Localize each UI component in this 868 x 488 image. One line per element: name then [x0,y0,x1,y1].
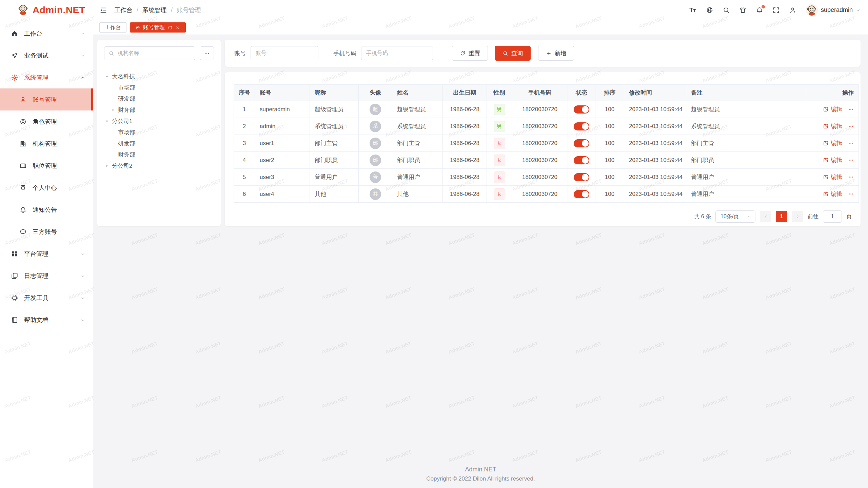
page-size-value: 10条/页 [721,213,739,220]
tree-caret-spacer [111,85,116,90]
sidebar-item-workbench[interactable]: 工作台 [0,22,93,44]
tree-node[interactable]: 大名科技 [100,71,218,82]
sidebar-item-label: 通知公告 [33,206,85,214]
tree-node-label: 研发部 [118,140,135,147]
cell-account: user2 [255,152,310,169]
breadcrumb-item[interactable]: 系统管理 [142,6,167,14]
tree-caret-icon[interactable] [111,107,116,113]
tree-caret-icon[interactable] [104,74,110,79]
tree-node-label: 大名科技 [112,73,135,80]
phone-input[interactable] [361,46,433,60]
cell-sort: 100 [595,186,624,203]
tree-node[interactable]: 研发部 [100,93,218,104]
sidebar-item-log-management[interactable]: 日志管理 [0,265,93,287]
tree-node[interactable]: 市场部 [100,82,218,93]
more-icon [848,123,854,129]
status-toggle[interactable] [574,105,589,114]
page-size-select[interactable]: 10条/页 [715,210,755,223]
more-actions-button[interactable] [848,123,854,129]
sidebar-fold-icon[interactable] [99,6,107,14]
prev-page-button[interactable] [760,211,771,222]
font-size-icon[interactable]: TT [689,6,697,14]
more-actions-button[interactable] [848,140,854,146]
notification-icon[interactable] [756,6,763,14]
status-toggle[interactable] [574,173,589,181]
edit-button[interactable]: 编辑 [823,122,842,130]
col-gender: 性别 [487,85,512,101]
cell-avatar: 部 [359,152,392,169]
status-toggle[interactable] [574,139,589,147]
tree-node[interactable]: 财务部 [100,104,218,116]
language-icon[interactable] [706,6,713,14]
reset-button[interactable]: 重置 [452,46,488,61]
reset-button-label: 重置 [469,49,480,57]
filter-bar: 账号 手机号码 重置 查询 新增 [225,40,861,67]
edit-button[interactable]: 编辑 [823,105,842,113]
more-actions-button[interactable] [848,106,854,112]
search-icon[interactable] [723,6,730,14]
tree-caret-icon[interactable] [104,119,110,124]
edit-button-label: 编辑 [831,156,842,164]
edit-button[interactable]: 编辑 [823,139,842,147]
account-input[interactable] [251,46,318,60]
search-button[interactable]: 查询 [495,46,531,61]
tree-node[interactable]: 分公司1 [100,116,218,127]
sidebar-item-dev-tools[interactable]: 开发工具 [0,287,93,309]
edit-icon [823,123,829,129]
status-toggle[interactable] [574,190,589,198]
gender-badge: 女 [494,155,505,166]
next-page-button[interactable] [792,211,803,222]
tab-close-icon[interactable] [175,25,180,30]
breadcrumb-item[interactable]: 工作台 [114,6,133,14]
breadcrumb-item[interactable]: 账号管理 [177,6,201,14]
col-account: 账号 [255,85,310,101]
cell-gender: 女 [487,152,512,169]
tab-refresh-icon[interactable] [167,25,173,30]
status-toggle[interactable] [574,122,589,130]
more-actions-button[interactable] [848,157,854,163]
sidebar-item-help-docs[interactable]: 帮助文档 [0,309,93,331]
tree-node-label: 财务部 [118,106,135,114]
tree-caret-icon[interactable] [104,163,110,168]
theme-icon[interactable] [739,6,747,14]
cell-phone: 18020030720 [512,118,568,135]
sidebar-item-account-management[interactable]: 账号管理 [0,88,93,110]
add-button[interactable]: 新增 [538,46,574,61]
edit-button[interactable]: 编辑 [823,190,842,198]
sidebar-item-profile-center[interactable]: 个人中心 [0,177,93,199]
user-menu[interactable]: superadmin [806,4,861,16]
sidebar-item-platform-management[interactable]: 平台管理 [0,243,93,265]
sidebar-item-business-test[interactable]: 业务测试 [0,44,93,66]
edit-button[interactable]: 编辑 [823,156,842,164]
tab-account-management[interactable]: 账号管理 [130,22,186,33]
tree-node[interactable]: 研发部 [100,138,218,149]
tree-node[interactable]: 市场部 [100,127,218,138]
status-toggle[interactable] [574,156,589,164]
tree-node[interactable]: 分公司2 [100,160,218,171]
tree-node[interactable]: 财务部 [100,149,218,160]
page-1-button[interactable]: 1 [776,211,787,222]
org-search-input[interactable] [117,50,191,57]
more-actions-button[interactable] [848,191,854,197]
cell-actions: 编辑 [805,169,859,186]
cell-status [568,118,595,135]
topbar-icons: TT superadmin [689,4,861,16]
org-tree: 大名科技市场部研发部财务部分公司1市场部研发部财务部分公司2 [97,66,221,176]
tab-workbench[interactable]: 工作台 [99,22,126,33]
sidebar-item-org-management[interactable]: 机构管理 [0,133,93,155]
sidebar-item-notice[interactable]: 通知公告 [0,199,93,221]
account-label: 账号 [234,49,246,57]
sidebar-item-role-management[interactable]: 角色管理 [0,110,93,133]
cell-index: 5 [234,169,255,186]
goto-page-input[interactable] [823,210,842,223]
sidebar-item-position-management[interactable]: 职位管理 [0,155,93,177]
profile-icon[interactable] [789,6,796,14]
tree-more-button[interactable] [200,46,214,60]
sidebar-item-system-management[interactable]: 系统管理 [0,66,93,88]
fullscreen-icon[interactable] [772,6,780,14]
more-actions-button[interactable] [848,174,854,180]
edit-button[interactable]: 编辑 [823,173,842,181]
sidebar-item-third-party-account[interactable]: 三方账号 [0,221,93,243]
edit-icon [823,106,829,112]
edit-icon [823,157,829,163]
